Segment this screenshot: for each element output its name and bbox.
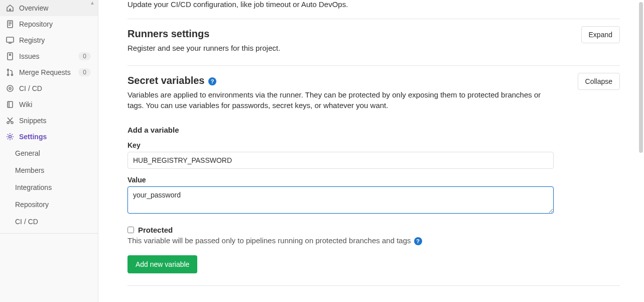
- sidebar-sub-general[interactable]: General: [0, 145, 98, 162]
- scissors-icon: [6, 117, 14, 125]
- svg-point-9: [8, 74, 9, 76]
- doc-icon: [6, 20, 14, 28]
- svg-point-16: [11, 122, 13, 124]
- expand-button[interactable]: Expand: [581, 26, 620, 43]
- key-input[interactable]: [127, 152, 554, 169]
- scrollbar[interactable]: [638, 0, 644, 302]
- svg-rect-13: [8, 102, 13, 108]
- section-desc: Variables are applied to environments vi…: [127, 89, 554, 111]
- main-content: Update your CI/CD configuration, like jo…: [98, 0, 644, 302]
- sidebar-item-overview[interactable]: Overview: [0, 0, 98, 16]
- svg-point-17: [9, 136, 12, 138]
- value-label: Value: [127, 176, 620, 184]
- section-title: Runners settings: [127, 28, 620, 40]
- scroll-up-icon[interactable]: ▲: [90, 0, 95, 6]
- svg-point-12: [9, 87, 11, 89]
- sidebar-item-settings[interactable]: Settings: [0, 129, 98, 145]
- sidebar-sub-repository[interactable]: Repository: [0, 196, 98, 213]
- tag-icon: [6, 52, 14, 60]
- sidebar-item-wiki[interactable]: Wiki: [0, 96, 98, 113]
- section-title-text: Secret variables: [127, 75, 204, 86]
- sidebar-item-label: Overview: [19, 4, 91, 12]
- sidebar-item-repository[interactable]: Repository: [0, 16, 98, 32]
- key-label: Key: [127, 141, 620, 149]
- collapse-button[interactable]: Collapse: [578, 73, 620, 90]
- section-title: Secret variables ?: [127, 75, 620, 86]
- sidebar-item-label: CI / CD: [19, 84, 91, 92]
- add-variable-button[interactable]: Add new variable: [127, 255, 197, 273]
- svg-point-15: [7, 122, 9, 124]
- protected-checkbox[interactable]: [127, 227, 134, 233]
- scrollbar-thumb[interactable]: [639, 2, 643, 153]
- section-desc: Register and see your runners for this p…: [127, 43, 554, 53]
- sidebar-sub-members[interactable]: Members: [0, 162, 98, 179]
- sidebar-item-label: Issues: [19, 52, 78, 60]
- svg-point-7: [10, 54, 11, 56]
- sidebar-item-merge-requests[interactable]: Merge Requests 0: [0, 64, 98, 80]
- svg-rect-0: [8, 21, 13, 28]
- rocket-icon: [6, 84, 14, 92]
- section-desc: Update your CI/CD configuration, like jo…: [127, 0, 620, 9]
- section-secret-variables: Collapse Secret variables ? Variables ar…: [127, 66, 620, 285]
- sidebar-item-label: Settings: [19, 133, 91, 141]
- svg-point-10: [12, 74, 13, 76]
- svg-point-8: [8, 69, 9, 71]
- protected-label: Protected: [138, 226, 173, 234]
- gear-icon: [6, 133, 14, 141]
- sidebar: ▲ Overview Repository Registry Issues 0: [0, 0, 98, 302]
- sidebar-sub-integrations[interactable]: Integrations: [0, 179, 98, 196]
- section-general-pipelines: Update your CI/CD configuration, like jo…: [127, 0, 620, 19]
- help-icon[interactable]: ?: [414, 237, 422, 245]
- protected-desc-text: This variable will be passed only to pip…: [127, 236, 411, 245]
- mr-badge: 0: [78, 68, 91, 76]
- sidebar-item-registry[interactable]: Registry: [0, 32, 98, 48]
- merge-icon: [6, 68, 14, 76]
- value-textarea[interactable]: [127, 186, 554, 214]
- sidebar-item-issues[interactable]: Issues 0: [0, 48, 98, 64]
- svg-rect-4: [7, 37, 14, 42]
- sidebar-item-label: Registry: [19, 36, 91, 44]
- section-runners: Expand Runners settings Register and see…: [127, 19, 620, 66]
- sidebar-sub-cicd[interactable]: CI / CD: [0, 213, 98, 230]
- book-icon: [6, 100, 14, 109]
- sidebar-item-label: Snippets: [19, 117, 91, 125]
- sidebar-item-label: Repository: [19, 20, 91, 28]
- add-variable-form: Add a variable Key Value Protected This …: [127, 111, 620, 273]
- issues-badge: 0: [78, 52, 91, 60]
- svg-point-11: [7, 85, 13, 91]
- help-icon[interactable]: ?: [208, 77, 216, 85]
- sidebar-item-label: Wiki: [19, 100, 91, 109]
- home-icon: [6, 4, 14, 12]
- protected-desc: This variable will be passed only to pip…: [127, 236, 620, 245]
- form-heading: Add a variable: [127, 126, 620, 134]
- screen-icon: [6, 36, 14, 44]
- sidebar-item-label: Merge Requests: [19, 68, 78, 76]
- sidebar-item-snippets[interactable]: Snippets: [0, 113, 98, 129]
- sidebar-item-cicd[interactable]: CI / CD: [0, 80, 98, 96]
